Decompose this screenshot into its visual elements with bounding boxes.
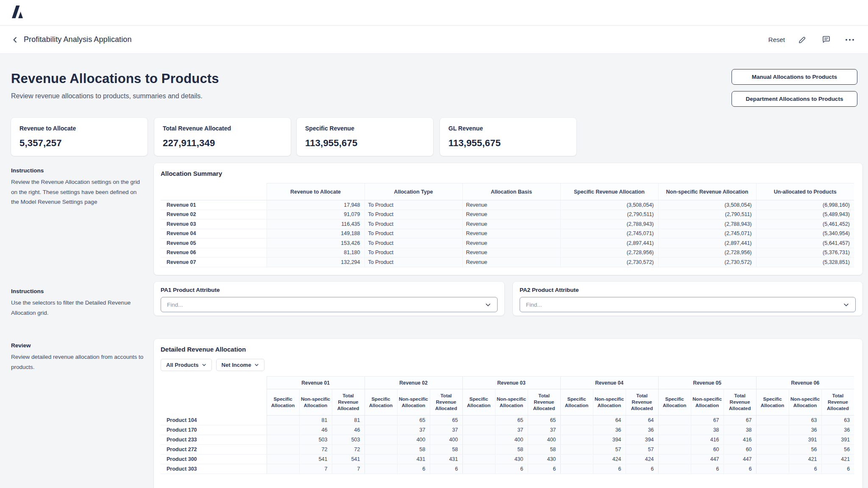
more-ellipsis-icon[interactable] (843, 33, 856, 46)
grid-cell[interactable] (364, 425, 397, 435)
grid-cell[interactable]: 64 (593, 416, 626, 425)
grid-cell[interactable]: 63 (789, 416, 821, 425)
net-income-filter[interactable]: Net Income (216, 359, 264, 371)
grid-cell[interactable]: 6 (789, 464, 821, 474)
grid-cell[interactable]: 72 (332, 445, 364, 455)
grid-cell[interactable]: 36 (626, 425, 658, 435)
grid-cell[interactable]: 394 (593, 435, 626, 445)
grid-cell[interactable]: (2,728,956) (658, 248, 756, 258)
row-label-cell[interactable]: Product 104 (161, 416, 267, 425)
grid-cell[interactable]: 58 (397, 445, 430, 455)
grid-cell[interactable]: (5,489,943) (756, 210, 854, 219)
grid-cell[interactable]: 416 (691, 435, 723, 445)
grid-cell[interactable]: 424 (626, 455, 658, 464)
grid-cell[interactable]: 60 (723, 445, 756, 455)
grid-cell[interactable]: (5,340,954) (756, 229, 854, 238)
grid-cell[interactable]: (2,728,956) (560, 248, 658, 258)
grid-cell[interactable]: (3,508,054) (658, 200, 756, 210)
row-label-cell[interactable]: Revenue 01 (161, 200, 267, 210)
pa2-find-input[interactable] (520, 302, 822, 308)
grid-cell[interactable]: 421 (789, 455, 821, 464)
grid-cell[interactable]: 132,294 (267, 258, 364, 267)
grid-cell[interactable]: (2,788,943) (560, 219, 658, 229)
grid-cell[interactable]: 7 (332, 464, 364, 474)
grid-cell[interactable] (658, 445, 691, 455)
grid-cell[interactable]: To Product (364, 200, 462, 210)
grid-cell[interactable] (756, 445, 789, 455)
grid-cell[interactable] (364, 464, 397, 474)
grid-cell[interactable]: To Product (364, 229, 462, 238)
grid-cell[interactable]: 421 (821, 455, 854, 464)
row-label-cell[interactable]: Product 170 (161, 425, 267, 435)
grid-cell[interactable]: 416 (723, 435, 756, 445)
grid-cell[interactable]: 391 (821, 435, 854, 445)
grid-cell[interactable] (756, 425, 789, 435)
row-label-cell[interactable]: Revenue 05 (161, 238, 267, 248)
grid-cell[interactable]: To Product (364, 238, 462, 248)
grid-cell[interactable] (364, 416, 397, 425)
grid-cell[interactable]: 447 (691, 455, 723, 464)
grid-cell[interactable]: 65 (528, 416, 560, 425)
grid-cell[interactable] (267, 416, 299, 425)
grid-cell[interactable] (267, 435, 299, 445)
grid-cell[interactable]: (2,790,511) (658, 210, 756, 219)
grid-cell[interactable]: 6 (821, 464, 854, 474)
pa1-find-input[interactable] (161, 302, 464, 308)
grid-cell[interactable] (560, 416, 593, 425)
grid-cell[interactable] (658, 455, 691, 464)
grid-cell[interactable]: 67 (723, 416, 756, 425)
grid-cell[interactable]: Revenue (462, 210, 560, 219)
row-label-cell[interactable]: Revenue 02 (161, 210, 267, 219)
grid-cell[interactable]: 503 (332, 435, 364, 445)
grid-cell[interactable]: 400 (495, 435, 528, 445)
grid-cell[interactable]: 36 (789, 425, 821, 435)
grid-cell[interactable]: (3,508,054) (560, 200, 658, 210)
grid-cell[interactable] (560, 455, 593, 464)
grid-cell[interactable]: 153,426 (267, 238, 364, 248)
grid-cell[interactable]: 56 (789, 445, 821, 455)
grid-cell[interactable]: 424 (593, 455, 626, 464)
grid-cell[interactable]: 400 (430, 435, 462, 445)
grid-cell[interactable]: 116,435 (267, 219, 364, 229)
grid-cell[interactable]: 541 (299, 455, 332, 464)
grid-cell[interactable] (267, 425, 299, 435)
grid-cell[interactable]: 81 (299, 416, 332, 425)
grid-cell[interactable] (756, 464, 789, 474)
edit-pencil-icon[interactable] (796, 33, 809, 46)
grid-cell[interactable]: 57 (626, 445, 658, 455)
grid-cell[interactable]: Revenue (462, 219, 560, 229)
grid-cell[interactable]: 63 (821, 416, 854, 425)
grid-cell[interactable]: Revenue (462, 258, 560, 267)
grid-cell[interactable]: 6 (723, 464, 756, 474)
grid-cell[interactable] (658, 435, 691, 445)
grid-cell[interactable] (462, 445, 495, 455)
grid-cell[interactable]: 65 (495, 416, 528, 425)
grid-cell[interactable]: To Product (364, 248, 462, 258)
grid-cell[interactable] (658, 416, 691, 425)
grid-cell[interactable]: 430 (528, 455, 560, 464)
grid-cell[interactable]: To Product (364, 210, 462, 219)
grid-cell[interactable]: 37 (528, 425, 560, 435)
grid-cell[interactable]: 60 (691, 445, 723, 455)
grid-cell[interactable]: 6 (495, 464, 528, 474)
grid-cell[interactable]: (5,376,731) (756, 248, 854, 258)
pa2-dropdown[interactable] (520, 297, 856, 312)
grid-cell[interactable]: 431 (397, 455, 430, 464)
grid-cell[interactable]: 541 (332, 455, 364, 464)
grid-cell[interactable]: 58 (495, 445, 528, 455)
grid-cell[interactable] (364, 435, 397, 445)
grid-cell[interactable]: 46 (332, 425, 364, 435)
grid-cell[interactable] (462, 416, 495, 425)
grid-cell[interactable]: 391 (789, 435, 821, 445)
grid-cell[interactable] (560, 464, 593, 474)
grid-cell[interactable]: 81,180 (267, 248, 364, 258)
grid-cell[interactable]: 67 (691, 416, 723, 425)
grid-cell[interactable] (462, 455, 495, 464)
row-label-cell[interactable]: Revenue 03 (161, 219, 267, 229)
grid-cell[interactable]: Revenue (462, 238, 560, 248)
grid-cell[interactable]: 38 (691, 425, 723, 435)
grid-cell[interactable]: 72 (299, 445, 332, 455)
grid-cell[interactable]: (2,897,441) (560, 238, 658, 248)
grid-cell[interactable]: 58 (430, 445, 462, 455)
grid-cell[interactable]: 38 (723, 425, 756, 435)
